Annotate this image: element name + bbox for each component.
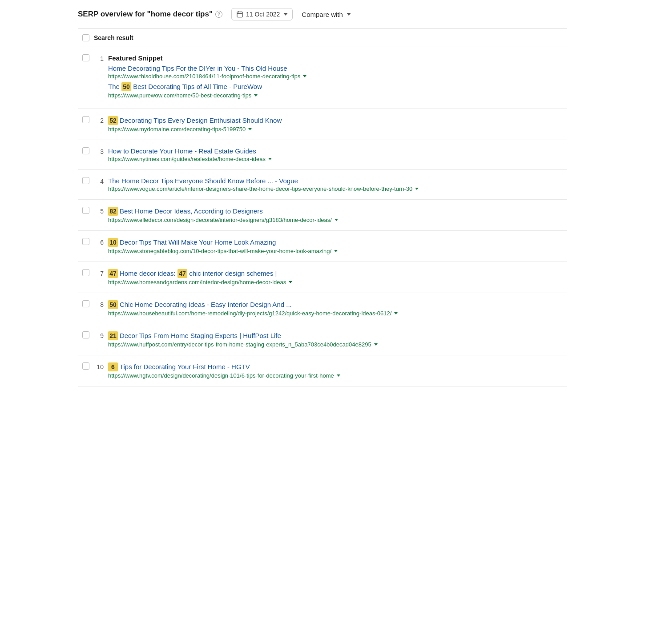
results-list: 1Featured SnippetHome Decorating Tips Fo…	[78, 47, 567, 386]
result-url[interactable]: https://www.hgtv.com/design/decorating/d…	[108, 372, 567, 379]
row-checkbox[interactable]	[82, 116, 89, 123]
result-link[interactable]: Decorating Tips Every Design Enthusiast …	[120, 117, 282, 124]
row-checkbox[interactable]	[82, 331, 89, 338]
url-dropdown-icon[interactable]	[415, 188, 419, 190]
result-url[interactable]: https://www.huffpost.com/entry/decor-tip…	[108, 341, 567, 348]
result-title[interactable]: 6 Tips for Decorating Your First Home - …	[108, 362, 567, 371]
url-dropdown-icon[interactable]	[374, 343, 378, 346]
url-dropdown-icon[interactable]	[303, 75, 306, 77]
url-dropdown-icon[interactable]	[254, 94, 258, 97]
title-prefix: Home decor ideas:	[120, 270, 177, 277]
result-title[interactable]: 82 Best Home Decor Ideas, According to D…	[108, 207, 567, 216]
url-dropdown-icon[interactable]	[334, 250, 338, 252]
row-checkbox[interactable]	[82, 54, 89, 61]
table-row: 747 Home decor ideas: 47 chic interior d…	[78, 262, 567, 293]
result-url[interactable]: https://www.elledecor.com/design-decorat…	[108, 217, 567, 223]
result-title[interactable]: The Home Decor Tips Everyone Should Know…	[108, 177, 567, 185]
row-checkbox[interactable]	[82, 269, 89, 276]
result-title[interactable]: 21 Decor Tips From Home Staging Experts …	[108, 331, 567, 340]
number-badge: 82	[108, 207, 118, 216]
number-badge: 47	[177, 269, 187, 278]
result-url[interactable]: https://www.purewow.com/home/50-best-dec…	[108, 92, 567, 99]
url-dropdown-icon[interactable]	[248, 128, 252, 130]
url-dropdown-icon[interactable]	[394, 312, 398, 314]
url-dropdown-icon[interactable]	[289, 281, 292, 283]
title-suffix: Best Decorating Tips of All Time - PureW…	[131, 83, 262, 90]
result-url[interactable]: https://www.homesandgardens.com/interior…	[108, 279, 567, 286]
row-content: 6 Tips for Decorating Your First Home - …	[108, 362, 567, 379]
table-row: 4The Home Decor Tips Everyone Should Kno…	[78, 170, 567, 200]
row-content: 82 Best Home Decor Ideas, According to D…	[108, 207, 567, 223]
result-link[interactable]: How to Decorate Your Home - Real Estate …	[108, 147, 256, 155]
row-position: 3	[94, 147, 104, 155]
result-title[interactable]: 47 Home decor ideas: 47 chic interior de…	[108, 269, 567, 278]
result-link[interactable]: Best Home Decor Ideas, According to Desi…	[120, 207, 263, 215]
result-title[interactable]: How to Decorate Your Home - Real Estate …	[108, 147, 567, 155]
number-badge: 50	[121, 82, 131, 91]
url-dropdown-icon[interactable]	[268, 158, 272, 160]
row-position: 1	[94, 54, 104, 62]
row-position: 2	[94, 116, 104, 124]
result-title[interactable]: 52 Decorating Tips Every Design Enthusia…	[108, 116, 567, 125]
result-link[interactable]: Decor Tips That Will Make Your Home Look…	[120, 238, 276, 246]
result-url[interactable]: https://www.mydomaine.com/decorating-tip…	[108, 126, 567, 133]
number-badge: 47	[108, 269, 118, 278]
url-dropdown-icon[interactable]	[337, 374, 340, 377]
table-row: 610 Decor Tips That Will Make Your Home …	[78, 231, 567, 262]
row-content: The Home Decor Tips Everyone Should Know…	[108, 177, 567, 192]
number-badge: 50	[108, 300, 118, 309]
row-checkbox[interactable]	[82, 147, 89, 154]
row-position: 6	[94, 238, 104, 246]
result-url[interactable]: https://www.nytimes.com/guides/realestat…	[108, 156, 567, 162]
date-picker[interactable]: 11 Oct 2022	[231, 8, 293, 20]
result-url[interactable]: https://www.thisoldhouse.com/21018464/11…	[108, 73, 567, 80]
calendar-icon	[236, 11, 243, 18]
row-position: 5	[94, 207, 104, 215]
result-link[interactable]: Chic Home Decorating Ideas - Easy Interi…	[120, 301, 292, 308]
table-row: 850 Chic Home Decorating Ideas - Easy In…	[78, 293, 567, 324]
title-text: SERP overview for "home decor tips"	[78, 10, 213, 19]
result-url[interactable]: https://www.housebeautiful.com/home-remo…	[108, 310, 567, 317]
featured-entry: Home Decorating Tips For the DIYer in Yo…	[108, 64, 567, 80]
number-badge: 21	[108, 331, 118, 340]
title-prefix: The	[108, 83, 121, 90]
page-header: SERP overview for "home decor tips" ? 11…	[78, 0, 567, 29]
table-row: 106 Tips for Decorating Your First Home …	[78, 355, 567, 386]
result-link[interactable]: The Home Decor Tips Everyone Should Know…	[108, 177, 298, 185]
row-checkbox[interactable]	[82, 300, 89, 307]
featured-entry: The 50 Best Decorating Tips of All Time …	[108, 82, 567, 99]
table-row: 582 Best Home Decor Ideas, According to …	[78, 200, 567, 231]
row-checkbox[interactable]	[82, 207, 89, 214]
row-position: 9	[94, 331, 104, 339]
row-content: 47 Home decor ideas: 47 chic interior de…	[108, 269, 567, 286]
row-checkbox[interactable]	[82, 362, 89, 370]
help-icon[interactable]: ?	[215, 11, 222, 18]
result-url[interactable]: https://www.stonegableblog.com/10-decor-…	[108, 248, 567, 254]
result-title[interactable]: Home Decorating Tips For the DIYer in Yo…	[108, 64, 567, 72]
date-label: 11 Oct 2022	[246, 11, 280, 18]
row-position: 10	[94, 362, 104, 370]
result-link[interactable]: Decor Tips From Home Staging Experts | H…	[120, 332, 281, 339]
number-badge: 52	[108, 116, 118, 125]
url-dropdown-icon[interactable]	[335, 219, 338, 221]
row-position: 8	[94, 300, 104, 308]
row-checkbox[interactable]	[82, 177, 89, 184]
number-badge: 6	[108, 362, 118, 371]
table-row: 3How to Decorate Your Home - Real Estate…	[78, 140, 567, 170]
select-all-checkbox[interactable]	[82, 34, 89, 41]
row-position: 7	[94, 269, 104, 277]
result-title[interactable]: 10 Decor Tips That Will Make Your Home L…	[108, 238, 567, 247]
result-link[interactable]: Tips for Decorating Your First Home - HG…	[120, 363, 250, 370]
date-chevron-icon	[283, 13, 288, 16]
number-badge: 10	[108, 238, 118, 247]
compare-with-button[interactable]: Compare with	[302, 11, 351, 18]
result-url[interactable]: https://www.vogue.com/article/interior-d…	[108, 185, 567, 192]
result-link[interactable]: Home Decorating Tips For the DIYer in Yo…	[108, 64, 287, 72]
row-content: Featured SnippetHome Decorating Tips For…	[108, 54, 567, 101]
table-row: 252 Decorating Tips Every Design Enthusi…	[78, 109, 567, 140]
row-content: 50 Chic Home Decorating Ideas - Easy Int…	[108, 300, 567, 317]
row-position: 4	[94, 177, 104, 185]
row-checkbox[interactable]	[82, 238, 89, 245]
result-title[interactable]: The 50 Best Decorating Tips of All Time …	[108, 82, 567, 91]
result-title[interactable]: 50 Chic Home Decorating Ideas - Easy Int…	[108, 300, 567, 309]
